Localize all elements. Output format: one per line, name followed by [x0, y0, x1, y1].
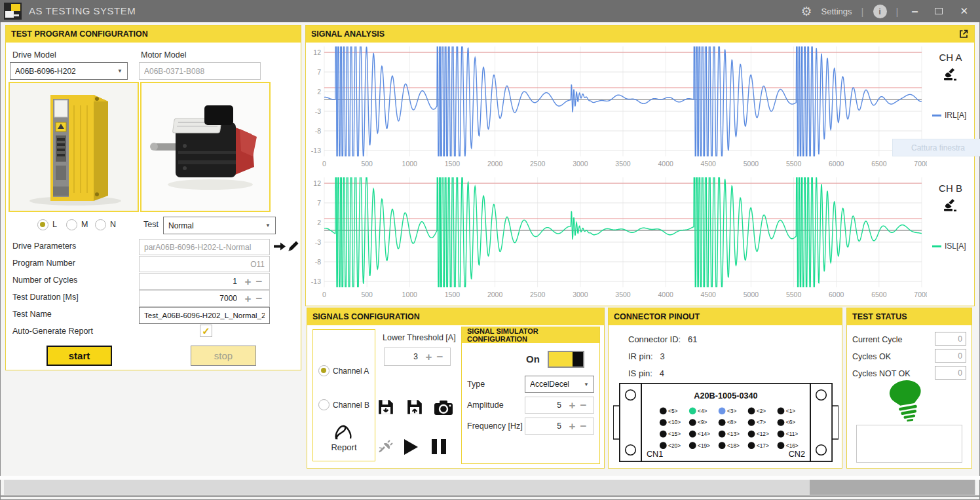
clear-chart-broom-icon[interactable]	[943, 198, 958, 213]
simulator-header: SIGNAL SIMULATOR CONFIGURATION	[462, 327, 599, 343]
minus-icon[interactable]: −	[254, 276, 265, 287]
radio-channel-a[interactable]	[318, 365, 330, 376]
minus-icon[interactable]: −	[578, 400, 589, 411]
cycles-ok-value: 0	[935, 349, 966, 363]
svg-text:4500: 4500	[701, 160, 717, 168]
plus-icon[interactable]: +	[567, 400, 578, 411]
cycles-stepper[interactable]: 1 + −	[139, 273, 270, 290]
cn2-label: CN2	[789, 450, 805, 459]
app-logo-icon	[4, 3, 22, 20]
minus-icon[interactable]: −	[578, 421, 589, 432]
is-pin-label: IS pin:	[628, 368, 652, 378]
svg-text:<7>: <7>	[757, 419, 766, 425]
ir-pin-value: 3	[660, 351, 664, 361]
settings-gear-icon[interactable]: ⚙	[801, 4, 812, 19]
drive-parameters-field[interactable]: parA06B-6096-H202-L-Normal	[139, 239, 270, 255]
svg-text:<19>: <19>	[698, 442, 710, 449]
app-window: AS TESTING SYSTEM ⚙ Settings | i | – ✕ T…	[0, 0, 980, 500]
stop-button[interactable]: stop	[191, 346, 256, 366]
signal-analysis-panel: SIGNAL ANALYSIS 050010001500200025003000…	[305, 25, 975, 306]
channel-a-title: CH A	[931, 52, 970, 63]
lower-threshold-stepper[interactable]: 3 + −	[384, 348, 451, 366]
snapshot-camera-icon[interactable]	[434, 400, 453, 416]
svg-text:0: 0	[322, 291, 326, 298]
program-number-field[interactable]: O11	[139, 256, 270, 272]
report-acrobat-icon[interactable]	[334, 424, 352, 440]
svg-text:5000: 5000	[744, 160, 759, 168]
svg-text:7000: 7000	[914, 160, 927, 168]
svg-text:1500: 1500	[445, 160, 461, 168]
info-icon[interactable]: i	[873, 5, 887, 18]
load-signal-icon[interactable]	[406, 399, 423, 416]
popout-icon[interactable]	[958, 29, 969, 39]
close-button[interactable]: ✕	[956, 5, 972, 17]
cn1-label: CN1	[647, 450, 663, 459]
connector-id-value: 61	[688, 334, 697, 344]
save-signal-icon[interactable]	[377, 399, 394, 416]
edit-parameters-pencil-icon[interactable]	[288, 240, 299, 252]
svg-text:5500: 5500	[786, 160, 802, 168]
pause-button[interactable]	[432, 439, 446, 454]
svg-text:2000: 2000	[487, 160, 503, 168]
connector-header: CONNECTOR PINOUT	[609, 308, 842, 325]
plus-icon[interactable]: +	[242, 276, 254, 287]
svg-text:7: 7	[317, 68, 321, 76]
radio-size-n-label: N	[110, 220, 116, 229]
signals-config-panel: SIGNALS CONFIGURATION Channel A Channel …	[307, 308, 605, 469]
sim-type-select[interactable]: AccelDecel ▼	[525, 376, 594, 393]
svg-text:1000: 1000	[402, 291, 418, 298]
test-type-label: Test	[143, 220, 159, 229]
maximize-button[interactable]	[935, 8, 943, 14]
disconnect-plug-icon[interactable]	[378, 439, 394, 454]
drive-image	[9, 82, 139, 212]
test-duration-label: Test Duration [Ms]	[12, 293, 79, 302]
cycles-ok-label: Cycles OK	[852, 352, 891, 361]
minus-icon[interactable]: −	[434, 351, 445, 363]
radio-size-l-label: L	[52, 220, 57, 229]
svg-text:<20>: <20>	[668, 442, 681, 449]
svg-text:<15>: <15>	[668, 431, 681, 437]
radio-channel-b[interactable]	[318, 399, 330, 410]
svg-text:<17>: <17>	[757, 442, 769, 449]
minimize-button[interactable]: –	[907, 8, 922, 14]
clear-chart-broom-icon[interactable]	[943, 67, 958, 82]
svg-text:<12>: <12>	[757, 431, 769, 437]
svg-text:-8: -8	[315, 127, 321, 135]
legend-swatch	[932, 115, 941, 116]
test-name-field[interactable]: Test_A06B-6096-H202_L_Normal_201	[139, 307, 270, 324]
svg-text:<8>: <8>	[727, 419, 736, 425]
svg-text:3000: 3000	[573, 291, 588, 298]
svg-text:4000: 4000	[658, 160, 673, 168]
test-program-panel: TEST PROGRAM CONFIGURATION Drive Model M…	[5, 25, 301, 370]
minus-icon[interactable]: −	[254, 293, 265, 304]
legend-label: IRL[A]	[945, 111, 966, 120]
load-parameters-arrow-icon[interactable]	[273, 241, 286, 251]
radio-size-n[interactable]	[95, 219, 106, 230]
settings-button[interactable]: Settings	[821, 7, 852, 16]
window-bottom-edge	[0, 495, 980, 497]
test-type-select[interactable]: Normal ▼	[163, 217, 276, 234]
radio-size-l[interactable]	[37, 219, 48, 230]
scrollbar-thumb[interactable]	[810, 480, 975, 495]
horizontal-scrollbar[interactable]	[4, 480, 975, 495]
current-cycle-label: Current Cycle	[852, 335, 902, 344]
simulator-on-toggle[interactable]	[548, 351, 584, 368]
plus-icon[interactable]: +	[567, 421, 578, 432]
sim-frequency-stepper[interactable]: 5 + −	[525, 418, 594, 435]
duration-stepper[interactable]: 7000 + −	[139, 290, 270, 307]
play-button[interactable]	[404, 439, 418, 455]
radio-size-m[interactable]	[66, 219, 77, 230]
svg-text:2000: 2000	[487, 291, 503, 298]
drive-model-select[interactable]: A06B-6096-H202 ▼	[10, 62, 128, 80]
svg-text:3500: 3500	[615, 291, 631, 298]
auto-report-checkbox[interactable]: ✓	[200, 325, 212, 337]
check-icon: ✓	[202, 325, 210, 337]
motor-model-field[interactable]: A06B-0371-B088	[139, 62, 261, 80]
sim-amplitude-stepper[interactable]: 5 + −	[525, 397, 594, 414]
svg-text:<18>: <18>	[727, 442, 740, 449]
plus-icon[interactable]: +	[242, 293, 254, 304]
plus-icon[interactable]: +	[423, 351, 434, 363]
channel-b-title: CH B	[931, 183, 970, 194]
svg-text:2500: 2500	[530, 291, 546, 298]
start-button[interactable]: start	[47, 346, 112, 366]
